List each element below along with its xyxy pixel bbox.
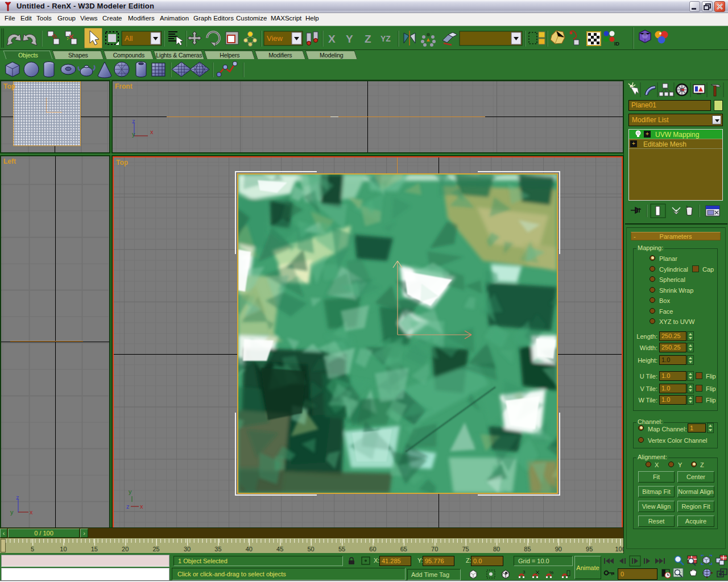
svg-text:80: 80 — [493, 546, 500, 552]
svg-text:X: X — [328, 33, 336, 45]
svg-text:Z: Z — [365, 33, 371, 45]
svg-text:85: 85 — [524, 546, 531, 552]
svg-text:y: y — [129, 488, 132, 495]
svg-text:5: 5 — [31, 546, 34, 552]
svg-text:95: 95 — [586, 546, 593, 552]
svg-text:View: View — [267, 34, 283, 43]
svg-text:60: 60 — [369, 546, 376, 552]
svg-text:30: 30 — [184, 546, 191, 552]
svg-text:Y: Y — [346, 33, 353, 45]
svg-text:%: % — [549, 570, 553, 575]
svg-text:y: y — [132, 131, 135, 138]
svg-text:65: 65 — [400, 546, 407, 552]
svg-text:3: 3 — [523, 569, 526, 575]
svg-text:20: 20 — [122, 546, 129, 552]
svg-text:40: 40 — [246, 546, 253, 552]
svg-text:50: 50 — [307, 546, 314, 552]
svg-text:70: 70 — [431, 546, 438, 552]
svg-text:15: 15 — [91, 546, 98, 552]
svg-text:y: y — [10, 509, 14, 516]
svg-text:YZ: YZ — [380, 34, 391, 43]
svg-text:z: z — [126, 503, 130, 510]
svg-text:75: 75 — [462, 546, 469, 552]
svg-text:x: x — [150, 128, 154, 135]
svg-text:35: 35 — [214, 546, 221, 552]
svg-text:x: x — [140, 503, 143, 510]
svg-text:All: All — [125, 34, 133, 43]
svg-text:z: z — [16, 494, 19, 501]
svg-text:25: 25 — [152, 546, 159, 552]
svg-text:x: x — [30, 509, 33, 516]
svg-text:45: 45 — [276, 546, 283, 552]
svg-text:ID: ID — [614, 41, 620, 47]
svg-text:10: 10 — [60, 546, 67, 552]
svg-text:55: 55 — [338, 546, 345, 552]
svg-text:90: 90 — [555, 546, 562, 552]
svg-text:100: 100 — [615, 546, 623, 552]
svg-text:z: z — [132, 118, 135, 124]
